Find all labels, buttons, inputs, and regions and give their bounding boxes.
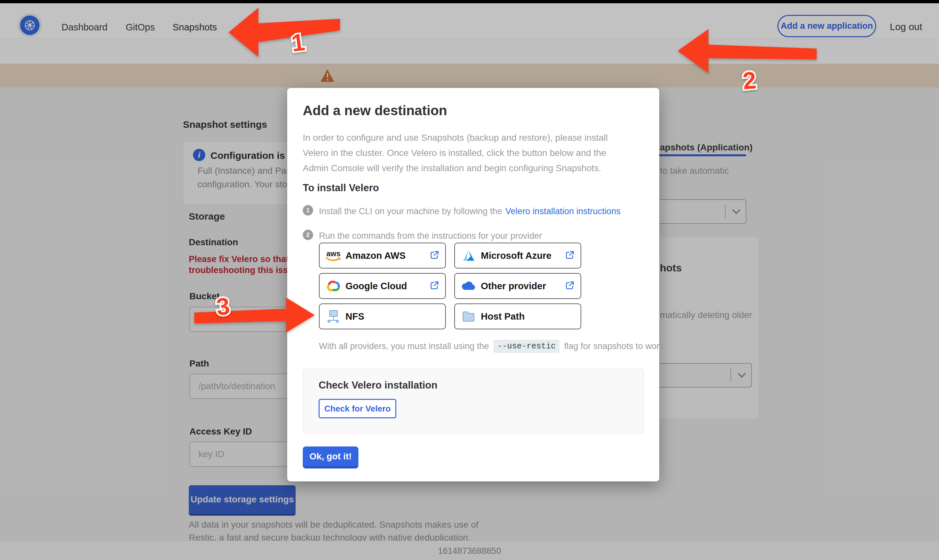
external-link-icon xyxy=(430,250,439,261)
external-link-icon xyxy=(565,280,575,291)
step-2-text: Run the commands from the instructions f… xyxy=(319,231,542,241)
external-link-icon xyxy=(430,280,439,291)
check-velero-heading: Check Velero installation xyxy=(319,380,438,391)
modal-intro-text: In order to configure and use Snapshots … xyxy=(303,132,608,143)
provider-label: Google Cloud xyxy=(345,281,407,291)
external-link-icon xyxy=(565,250,575,261)
provider-label: Amazon AWS xyxy=(345,251,406,261)
provider-button-amazon-aws[interactable]: aws Amazon AWS xyxy=(319,243,446,269)
folder-icon xyxy=(461,310,476,323)
modal-intro-text: Velero in the cluster. Once Velero is in… xyxy=(303,148,606,158)
provider-button-google-cloud[interactable]: Google Cloud xyxy=(319,273,446,299)
restic-note-prefix: With all providers, you must install usi… xyxy=(319,341,489,351)
provider-label: Host Path xyxy=(481,311,524,322)
provider-label: Microsoft Azure xyxy=(481,251,551,261)
provider-button-host-path[interactable]: Host Path xyxy=(454,303,581,329)
modal-intro-text: Admin Console will verify the installati… xyxy=(303,163,601,174)
step-1-badge: 1 xyxy=(303,205,313,215)
provider-button-microsoft-azure[interactable]: Microsoft Azure xyxy=(454,243,581,269)
check-for-velero-button[interactable]: Check for Velero xyxy=(319,399,396,418)
provider-label: Other provider xyxy=(481,281,546,291)
nfs-server-icon xyxy=(325,309,341,323)
step-1-label: Install the CLI on your machine by follo… xyxy=(319,206,502,216)
svg-text:aws: aws xyxy=(326,249,340,258)
admin-console-app: Dashboard GitOps Snapshots Add a new app… xyxy=(0,0,939,560)
google-cloud-logo-icon xyxy=(325,280,341,292)
step-2-badge: 2 xyxy=(303,230,313,240)
add-destination-modal: Add a new destination In order to config… xyxy=(287,88,659,482)
install-velero-heading: To install Velero xyxy=(303,182,379,194)
azure-logo-icon xyxy=(461,249,476,262)
use-restic-flag-code: --use-restic xyxy=(493,340,560,353)
provider-button-other-provider[interactable]: Other provider xyxy=(454,273,581,299)
provider-button-nfs[interactable]: NFS xyxy=(319,303,446,329)
cloud-icon xyxy=(461,280,476,292)
ok-got-it-button[interactable]: Ok, got it! xyxy=(303,446,358,468)
restic-note-suffix: flag for snapshots to work. xyxy=(564,341,666,351)
restic-note: With all providers, you must install usi… xyxy=(319,340,666,353)
step-1-text: Install the CLI on your machine by follo… xyxy=(319,206,621,217)
modal-title: Add a new destination xyxy=(303,103,447,118)
check-velero-section: Check Velero installation Check for Vele… xyxy=(303,369,644,434)
velero-install-instructions-link[interactable]: Velero installation instructions xyxy=(506,206,621,216)
aws-logo-icon: aws xyxy=(325,249,341,262)
provider-label: NFS xyxy=(345,311,364,322)
